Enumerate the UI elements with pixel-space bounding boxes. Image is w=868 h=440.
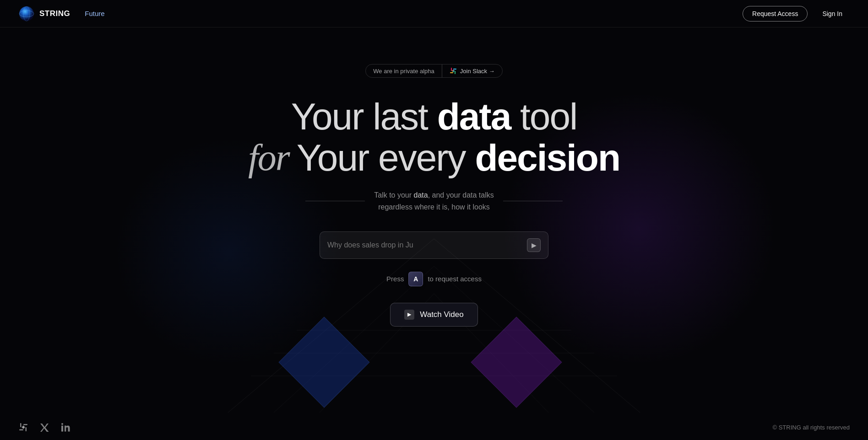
svg-rect-22 — [20, 423, 22, 427]
svg-point-31 — [61, 423, 63, 425]
svg-rect-14 — [451, 68, 452, 71]
search-container: ▶ — [320, 231, 548, 259]
join-slack-text: Join Slack → — [460, 68, 495, 75]
svg-rect-23 — [26, 427, 27, 431]
press-hint-prefix: Press — [386, 275, 404, 283]
hero-italic-for: for — [248, 137, 289, 178]
svg-rect-16 — [450, 72, 453, 73]
search-input-wrapper: ▶ — [320, 231, 548, 259]
navbar-right: Request Access Sign In — [743, 6, 850, 21]
logo-icon — [18, 5, 35, 22]
alpha-badge-text: We are in private alpha — [366, 65, 441, 77]
subtitle-line-left — [305, 201, 365, 201]
svg-rect-21 — [453, 70, 455, 71]
search-submit-button[interactable]: ▶ — [527, 238, 541, 252]
hero-line2-bold: decision — [475, 137, 620, 178]
hero-heading: Your last data tool for Your every decis… — [248, 96, 620, 178]
hero-line2: for Your every decision — [248, 137, 620, 178]
subtitle-text: Talk to your data, and your data talks r… — [365, 189, 503, 213]
navbar-left: STRING Future — [18, 5, 105, 22]
svg-rect-24 — [19, 429, 23, 431]
subtitle-line2: regardless where it is, how it looks — [378, 203, 490, 211]
watch-video-button[interactable]: ▶ Watch Video — [390, 303, 477, 327]
key-badge-a: A — [408, 272, 423, 286]
nav-future-link[interactable]: Future — [85, 10, 104, 17]
hero-line2-text: Your every decision — [297, 137, 620, 178]
main-content: We are in private alpha Join Slack → You… — [0, 27, 868, 327]
footer: © STRING all rights reserved — [0, 414, 868, 440]
hero-line1-bold: data — [437, 96, 511, 137]
sign-in-button[interactable]: Sign In — [815, 6, 850, 21]
svg-rect-17 — [453, 69, 456, 70]
hero-line1-suffix: tool — [510, 96, 577, 137]
logo-text: STRING — [39, 9, 70, 18]
svg-rect-13 — [471, 317, 562, 408]
slack-social-icon[interactable] — [18, 422, 28, 432]
svg-rect-29 — [23, 427, 25, 428]
search-submit-icon: ▶ — [532, 241, 537, 249]
slack-icon — [450, 67, 457, 75]
svg-rect-30 — [61, 426, 63, 432]
hero-line1: Your last data tool — [248, 96, 620, 137]
footer-copyright: © STRING all rights reserved — [772, 424, 850, 431]
search-input[interactable] — [327, 241, 522, 249]
subtitle-bold: data — [414, 191, 428, 199]
subtitle-line-right — [503, 201, 563, 201]
play-icon: ▶ — [404, 310, 414, 320]
play-triangle: ▶ — [407, 311, 411, 317]
svg-rect-12 — [279, 317, 369, 408]
press-hint-suffix: to request access — [428, 275, 482, 283]
hero-line1-prefix: Your last — [291, 96, 437, 137]
svg-point-0 — [19, 6, 34, 21]
alpha-badge: We are in private alpha Join Slack → — [365, 64, 502, 78]
subtitle-line1-prefix: Talk to your — [374, 191, 413, 199]
twitter-icon[interactable] — [39, 422, 49, 432]
subtitle-line1-suffix: , and your data talks — [428, 191, 494, 199]
hero-line2-prefix: Your every — [297, 137, 475, 178]
subtitle-container: Talk to your data, and your data talks r… — [305, 189, 563, 213]
logo-link[interactable]: STRING — [18, 5, 70, 22]
svg-rect-25 — [23, 424, 27, 425]
svg-rect-15 — [455, 71, 456, 74]
watch-video-label: Watch Video — [420, 310, 463, 319]
linkedin-icon[interactable] — [60, 422, 71, 432]
join-slack-link[interactable]: Join Slack → — [442, 64, 502, 77]
press-hint: Press A to request access — [386, 272, 482, 286]
footer-social — [18, 422, 71, 432]
request-access-button[interactable]: Request Access — [743, 6, 808, 21]
navbar: STRING Future Request Access Sign In — [0, 0, 868, 27]
